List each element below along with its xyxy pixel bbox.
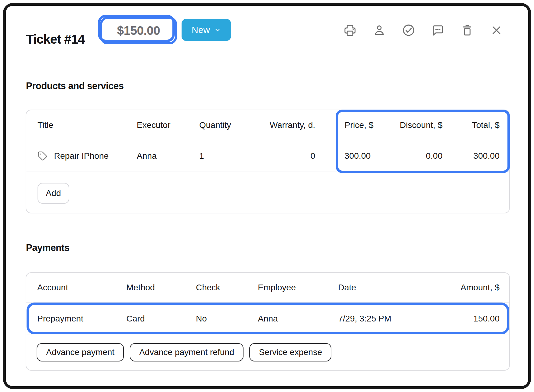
product-price: 300.00 (345, 151, 371, 161)
column-amount: Amount, $ (460, 283, 500, 292)
ticket-amount-value: $150.00 (117, 24, 160, 38)
products-table: Title Executor Quantity Warranty, d. Pri… (26, 110, 510, 213)
column-title: Title (38, 120, 53, 130)
payments-table: Account Method Check Employee Date Amoun… (26, 272, 510, 371)
advance-payment-refund-button[interactable]: Advance payment refund (130, 343, 244, 361)
product-total: 300.00 (473, 151, 500, 161)
advance-payment-button[interactable]: Advance payment (37, 343, 124, 361)
add-product-button[interactable]: Add (38, 183, 69, 204)
payment-check: No (196, 314, 207, 324)
payment-amount: 150.00 (473, 314, 500, 324)
chevron-down-icon (214, 27, 221, 33)
window-frame: Ticket #14 $150.00 New (3, 3, 531, 389)
column-warranty: Warranty, d. (270, 120, 315, 130)
column-quantity: Quantity (199, 120, 231, 130)
payment-date: 7/29, 3:25 PM (338, 314, 391, 324)
payment-employee: Anna (258, 314, 278, 324)
payment-row[interactable]: Prepayment Card No Anna 7/29, 3:25 PM 15… (26, 303, 509, 335)
payment-account: Prepayment (37, 314, 83, 324)
complete-check-icon[interactable] (402, 24, 415, 37)
payment-method: Card (126, 314, 145, 324)
trash-icon[interactable] (460, 24, 474, 37)
column-price: Price, $ (345, 120, 373, 130)
column-method: Method (126, 283, 155, 292)
print-icon[interactable] (343, 24, 357, 37)
page-title: Ticket #14 (26, 32, 85, 47)
column-account: Account (37, 283, 68, 292)
products-section-title: Products and services (26, 81, 124, 92)
payments-actions: Advance payment Advance payment refund S… (37, 343, 331, 361)
column-executor: Executor (137, 120, 171, 130)
payments-section-title: Payments (26, 242, 69, 253)
close-icon[interactable] (490, 24, 503, 37)
status-dropdown-label: New (192, 25, 210, 35)
tag-icon (38, 151, 47, 161)
column-check: Check (196, 283, 220, 292)
product-quantity: 1 (199, 151, 204, 161)
product-executor: Anna (137, 151, 157, 161)
status-dropdown-button[interactable]: New (182, 19, 231, 41)
comments-icon[interactable] (431, 24, 445, 37)
column-employee: Employee (258, 283, 296, 292)
product-warranty: 0 (310, 151, 315, 161)
assignee-icon[interactable] (373, 24, 386, 37)
payments-header-row: Account Method Check Employee Date Amoun… (26, 273, 509, 303)
toolbar (343, 24, 503, 37)
column-date: Date (338, 283, 356, 292)
column-discount: Discount, $ (400, 120, 442, 130)
column-total: Total, $ (472, 120, 500, 130)
product-discount: 0.00 (426, 151, 443, 161)
product-title: Repair IPhone (54, 151, 109, 161)
ticket-amount: $150.00 (100, 17, 177, 44)
product-row[interactable]: Repair IPhone Anna 1 0 300.00 0.00 300.0… (26, 140, 509, 172)
products-header-row: Title Executor Quantity Warranty, d. Pri… (26, 110, 509, 140)
ticket-window: Ticket #14 $150.00 New (0, 0, 534, 392)
service-expense-button[interactable]: Service expense (249, 343, 331, 361)
